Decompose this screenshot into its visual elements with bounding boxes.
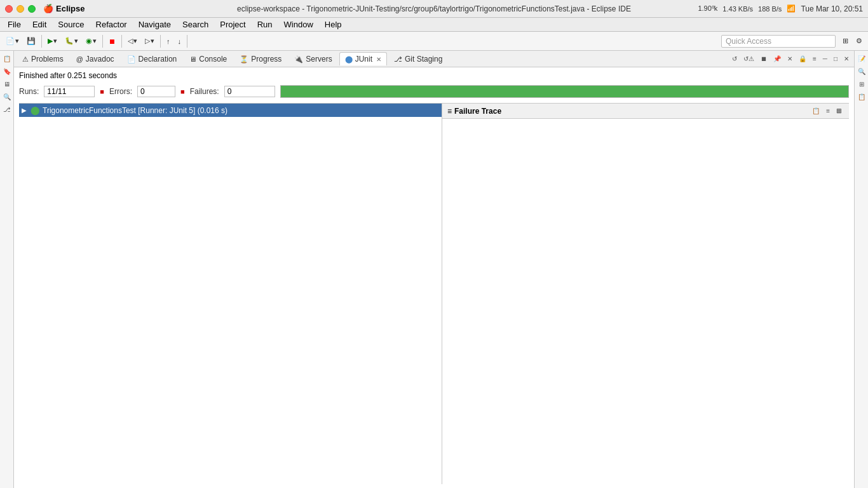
tab-toolbar: ↺ ↺⚠ ⏹ 📌 ✕ 🔒 ≡ ─ □ ✕ — [729, 54, 851, 64]
runs-label: Runs: — [19, 87, 39, 96]
maximize-panel[interactable]: □ — [831, 54, 840, 64]
view-menu[interactable]: ≡ — [810, 54, 819, 64]
bookmarks-icon[interactable]: 🔖 — [2, 66, 12, 76]
minimize-button[interactable] — [17, 5, 24, 13]
tree-expand-icon[interactable]: ▶ — [22, 107, 28, 114]
progress-bar-fill — [281, 86, 848, 97]
tab-javadoc[interactable]: @ Javadoc — [71, 52, 120, 65]
rerun-button[interactable]: ↺ — [729, 54, 740, 64]
right-panel-icon-4[interactable]: 📋 — [857, 92, 867, 102]
new-dropdown[interactable]: ▾ — [15, 37, 19, 45]
maximize-button[interactable] — [28, 5, 36, 13]
tab-git-staging[interactable]: ⎇ Git Staging — [388, 52, 448, 65]
scroll-lock[interactable]: 🔒 — [796, 54, 809, 64]
task-list-icon[interactable]: 📋 — [2, 53, 12, 64]
forward-button[interactable]: ▷▾ — [142, 35, 158, 47]
tab-progress[interactable]: ⏳ Progress — [234, 52, 287, 65]
tab-progress-label: Progress — [251, 55, 281, 64]
close-button[interactable] — [5, 5, 13, 13]
failure-trace-header: ≡ Failure Trace 📋 ≡ ⊞ — [442, 104, 849, 119]
tab-git-staging-label: Git Staging — [405, 55, 442, 64]
menu-help[interactable]: Help — [320, 18, 347, 30]
close-panel[interactable]: ✕ — [841, 54, 851, 64]
coverage-icon: ◉ — [86, 37, 92, 45]
perspective-settings[interactable]: ⚙ — [853, 35, 865, 47]
rerun-failed[interactable]: ↺⚠ — [741, 54, 757, 64]
save-button[interactable]: 💾 — [24, 35, 39, 47]
debug-button[interactable]: 🐛▾ — [62, 35, 81, 47]
test-item-label: TrigonometricFunctionsTest [Runner: JUni… — [43, 106, 227, 115]
tab-problems-label: Problems — [31, 55, 64, 64]
prev-icon: ↑ — [166, 37, 170, 45]
right-pane-toolbar: 📋 ≡ ⊞ — [810, 106, 844, 116]
menu-refactor[interactable]: Refactor — [91, 18, 132, 30]
errors-value[interactable] — [137, 86, 175, 97]
right-panel-icon-1[interactable]: 📝 — [857, 53, 867, 64]
run-button[interactable]: ▶▾ — [44, 35, 60, 47]
menu-run[interactable]: Run — [252, 18, 278, 30]
back-button[interactable]: ◁▾ — [125, 35, 140, 47]
tab-declaration[interactable]: 📄 Declaration — [121, 52, 183, 65]
junit-content: Finished after 0.251 seconds Runs: ■ Err… — [14, 67, 854, 488]
menu-project[interactable]: Project — [215, 18, 250, 30]
right-panel-icon-3[interactable]: ⊞ — [857, 79, 867, 89]
progress-bar-container — [280, 85, 849, 98]
toolbar-right-icons: ⊞ ⚙ — [839, 35, 865, 47]
prev-annotation[interactable]: ↑ — [163, 36, 173, 47]
pin-view[interactable]: 📌 — [771, 54, 783, 64]
junit-close-icon[interactable]: ✕ — [376, 56, 381, 63]
test-results-pane: ▶ ⬤ TrigonometricFunctionsTest [Runner: … — [19, 104, 442, 484]
failures-label: Failures: — [190, 87, 219, 96]
menu-source[interactable]: Source — [53, 18, 89, 30]
failures-value[interactable] — [224, 86, 275, 97]
stop-test[interactable]: ⏹ — [758, 54, 770, 64]
app-name: Eclipse — [56, 4, 85, 13]
test-tree-item[interactable]: ▶ ⬤ TrigonometricFunctionsTest [Runner: … — [19, 104, 442, 117]
right-panel-icon-2[interactable]: 🔍 — [857, 66, 867, 76]
stop-button[interactable]: ⏹ — [105, 36, 119, 47]
runs-value[interactable] — [44, 86, 95, 97]
minimize-panel[interactable]: ─ — [820, 54, 830, 64]
debug-icon: 🐛 — [65, 37, 74, 45]
tab-servers[interactable]: 🔌 Servers — [288, 52, 337, 65]
copy-trace-button[interactable]: 📋 — [810, 106, 822, 116]
show-only-failures[interactable]: ✕ — [785, 54, 795, 64]
toolbar-sep-1 — [41, 35, 42, 48]
tab-servers-label: Servers — [306, 55, 332, 64]
tab-junit-label: JUnit — [355, 55, 372, 64]
wifi-icon: 📶 — [787, 4, 796, 13]
traffic-lights — [5, 5, 36, 13]
javadoc-icon: @ — [76, 55, 83, 63]
console-side-icon[interactable]: 🖥 — [2, 79, 12, 89]
new-button[interactable]: 📄▾ — [3, 35, 22, 47]
problems-icon: ⚠ — [22, 55, 29, 64]
filter-trace-button[interactable]: ≡ — [824, 106, 832, 116]
forward-icon: ▷ — [145, 37, 150, 45]
quick-access-input[interactable]: Quick Access — [721, 35, 836, 48]
failure-trace-icon: ≡ — [447, 107, 452, 116]
save-icon: 💾 — [27, 37, 36, 45]
next-annotation[interactable]: ↓ — [175, 36, 185, 47]
git-side-icon[interactable]: ⎇ — [2, 104, 12, 114]
expand-trace-button[interactable]: ⊞ — [834, 106, 844, 116]
toolbar-sep-4 — [160, 35, 161, 48]
coverage-button[interactable]: ◉▾ — [83, 35, 100, 47]
menu-search[interactable]: Search — [177, 18, 214, 30]
menu-bar: File Edit Source Refactor Navigate Searc… — [0, 18, 868, 32]
tab-bar: ⚠ Problems @ Javadoc 📄 Declaration 🖥 Con… — [14, 51, 854, 67]
search-side-icon[interactable]: 🔍 — [2, 92, 12, 102]
toolbar: 📄▾ 💾 ▶▾ 🐛▾ ◉▾ ⏹ ◁▾ ▷▾ ↑ ↓ Quick Access ⊞… — [0, 32, 868, 51]
toolbar-sep-3 — [121, 35, 122, 48]
tab-junit[interactable]: ⬤ JUnit ✕ — [339, 52, 387, 65]
menu-navigate[interactable]: Navigate — [133, 18, 176, 30]
tab-javadoc-label: Javadoc — [86, 55, 114, 64]
menu-edit[interactable]: Edit — [27, 18, 51, 30]
open-perspective[interactable]: ⊞ — [839, 35, 851, 47]
tab-console[interactable]: 🖥 Console — [184, 52, 233, 65]
side-panel-left: 📋 🔖 🖥 🔍 ⎇ — [0, 51, 14, 488]
tab-problems[interactable]: ⚠ Problems — [17, 52, 69, 65]
failure-trace-label: Failure Trace — [454, 107, 501, 116]
menu-file[interactable]: File — [3, 18, 26, 30]
test-pass-icon: ⬤ — [31, 105, 40, 115]
menu-window[interactable]: Window — [279, 18, 318, 30]
